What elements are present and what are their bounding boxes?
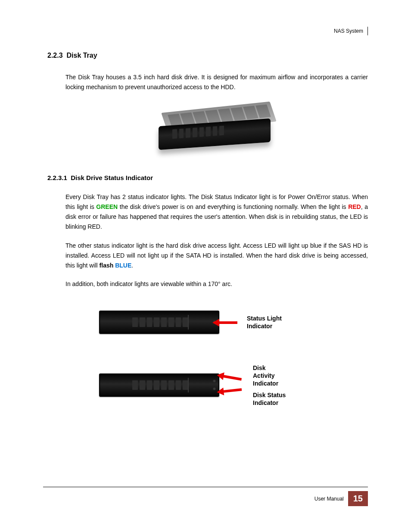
paragraph: In addition, both indicator lights are v… <box>65 279 368 289</box>
text-bold: flash <box>100 262 115 269</box>
callout-status-light: Status Light Indicator <box>247 314 282 330</box>
callout-group: Disk Activity Indicator Disk Status Indi… <box>253 364 286 407</box>
callout-line: Indicator <box>247 322 282 330</box>
panel-vents <box>132 380 188 390</box>
callout-disk-activity: Disk Activity Indicator <box>253 364 286 388</box>
text-red: RED <box>348 203 361 210</box>
paragraph: The other status indicator light is the … <box>65 241 368 271</box>
footer-rule <box>43 487 368 487</box>
callout-disk-status: Disk Status Indicator <box>253 391 286 407</box>
callout-line: Disk Status <box>253 391 286 399</box>
text: the disk drive's power is on and everyth… <box>118 203 348 210</box>
status-led-icon <box>213 387 216 390</box>
footer-label: User Manual <box>314 496 344 502</box>
page: NAS System 2.2.3 Disk Tray The Disk Tray… <box>0 0 411 532</box>
disk-tray-front-panel <box>99 373 219 397</box>
panel-row-1: Status Light Indicator <box>99 311 368 334</box>
disk-tray-illustration <box>146 101 288 157</box>
arrow-icon <box>218 319 243 325</box>
paragraph: Every Disk Tray has 2 status indicator l… <box>65 192 368 232</box>
callout-line: Indicator <box>253 399 286 407</box>
callout-line: Activity <box>253 372 286 380</box>
activity-led-icon <box>213 380 216 383</box>
text-green: GREEN <box>96 203 118 210</box>
footer: User Manual 15 <box>314 491 368 506</box>
callout-line: Disk <box>253 364 286 372</box>
front-panel-figures: Status Light Indicator Disk Activity <box>99 311 368 407</box>
section-title: Disk Tray <box>66 52 97 59</box>
header-doc-title: NAS System <box>334 27 368 35</box>
callout-line: Indicator <box>253 380 286 387</box>
text: . <box>131 262 133 269</box>
body-block-2: Every Disk Tray has 2 status indicator l… <box>65 192 368 289</box>
panel-handle <box>188 315 202 330</box>
panel-vents <box>132 317 188 327</box>
body-block-1: The Disk Tray houses a 3.5 inch hard dis… <box>65 72 368 157</box>
panel-handle <box>188 378 202 392</box>
disk-tray-front-panel <box>99 311 219 334</box>
section-title: Disk Drive Status Indicator <box>71 174 153 181</box>
section-heading-2231: 2.2.3.1 Disk Drive Status Indicator <box>47 174 368 181</box>
section-number: 2.2.3.1 <box>47 174 67 181</box>
section-number: 2.2.3 <box>47 52 63 59</box>
callout-line: Status Light <box>247 314 282 322</box>
arrow-icon <box>221 386 248 394</box>
section-heading-223: 2.2.3 Disk Tray <box>47 52 368 59</box>
page-number: 15 <box>348 491 368 506</box>
arrow-icon <box>221 373 248 383</box>
paragraph: The Disk Tray houses a 3.5 inch hard dis… <box>65 72 368 92</box>
arrow-group <box>219 372 249 398</box>
text-blue: BLUE <box>115 262 131 269</box>
panel-row-2: Disk Activity Indicator Disk Status Indi… <box>99 364 368 407</box>
